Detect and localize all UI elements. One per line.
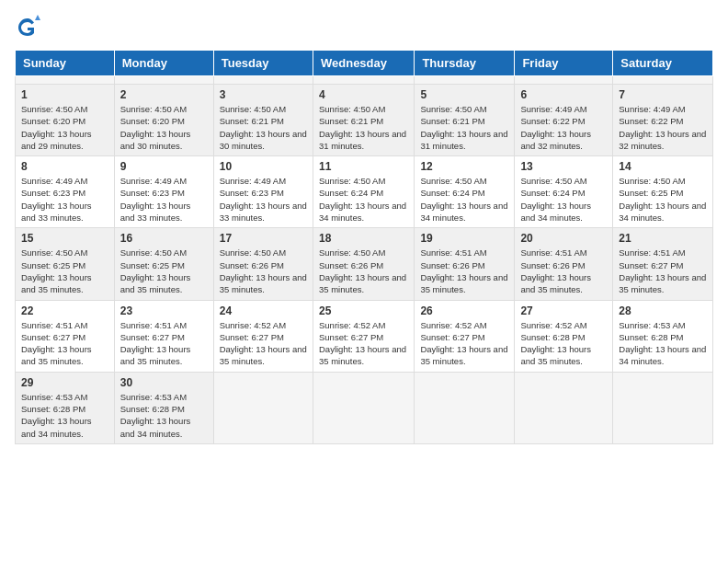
- day-info: Sunrise: 4:50 AMSunset: 6:25 PMDaylight:…: [21, 247, 108, 295]
- calendar-day-cell: 27Sunrise: 4:52 AMSunset: 6:28 PMDayligh…: [515, 300, 613, 372]
- calendar-day-cell: 18Sunrise: 4:50 AMSunset: 6:26 PMDayligh…: [313, 228, 414, 300]
- day-of-week-header: Thursday: [415, 51, 515, 76]
- calendar-day-cell: 6Sunrise: 4:49 AMSunset: 6:22 PMDaylight…: [515, 85, 613, 156]
- day-info: Sunrise: 4:52 AMSunset: 6:27 PMDaylight:…: [319, 319, 408, 368]
- calendar-week-row: [16, 76, 713, 85]
- day-info: Sunrise: 4:50 AMSunset: 6:25 PMDaylight:…: [619, 175, 707, 224]
- calendar-day-cell: [515, 372, 613, 443]
- calendar-week-row: 15Sunrise: 4:50 AMSunset: 6:25 PMDayligh…: [16, 228, 713, 300]
- day-number: 1: [21, 88, 108, 101]
- calendar-week-row: 1Sunrise: 4:50 AMSunset: 6:20 PMDaylight…: [16, 85, 713, 156]
- day-info: Sunrise: 4:49 AMSunset: 6:22 PMDaylight:…: [619, 103, 707, 152]
- day-info: Sunrise: 4:50 AMSunset: 6:21 PMDaylight:…: [420, 103, 508, 152]
- day-number: 21: [619, 232, 707, 245]
- day-number: 13: [520, 160, 607, 173]
- calendar-day-cell: [415, 76, 515, 85]
- calendar-day-cell: 21Sunrise: 4:51 AMSunset: 6:27 PMDayligh…: [613, 228, 713, 300]
- calendar-day-cell: [313, 372, 414, 443]
- calendar-day-cell: 13Sunrise: 4:50 AMSunset: 6:24 PMDayligh…: [515, 156, 613, 228]
- calendar-day-cell: 5Sunrise: 4:50 AMSunset: 6:21 PMDaylight…: [415, 85, 515, 156]
- day-info: Sunrise: 4:51 AMSunset: 6:26 PMDaylight:…: [520, 247, 607, 295]
- day-number: 20: [520, 232, 607, 245]
- day-number: 26: [420, 304, 508, 317]
- day-number: 22: [21, 304, 108, 317]
- day-info: Sunrise: 4:50 AMSunset: 6:21 PMDaylight:…: [319, 103, 408, 152]
- day-info: Sunrise: 4:52 AMSunset: 6:27 PMDaylight:…: [420, 319, 508, 368]
- day-info: Sunrise: 4:53 AMSunset: 6:28 PMDaylight:…: [120, 391, 208, 440]
- page-header: [15, 15, 713, 40]
- day-number: 24: [220, 304, 307, 317]
- day-info: Sunrise: 4:50 AMSunset: 6:24 PMDaylight:…: [319, 175, 408, 224]
- calendar-day-cell: 19Sunrise: 4:51 AMSunset: 6:26 PMDayligh…: [415, 228, 515, 300]
- calendar-day-cell: 23Sunrise: 4:51 AMSunset: 6:27 PMDayligh…: [114, 300, 213, 372]
- day-number: 6: [520, 88, 607, 101]
- day-info: Sunrise: 4:49 AMSunset: 6:23 PMDaylight:…: [220, 175, 307, 224]
- calendar-day-cell: 25Sunrise: 4:52 AMSunset: 6:27 PMDayligh…: [313, 300, 414, 372]
- day-info: Sunrise: 4:49 AMSunset: 6:23 PMDaylight:…: [21, 175, 108, 224]
- day-info: Sunrise: 4:50 AMSunset: 6:25 PMDaylight:…: [120, 247, 208, 295]
- day-number: 11: [319, 160, 408, 173]
- day-number: 23: [120, 304, 208, 317]
- day-info: Sunrise: 4:50 AMSunset: 6:20 PMDaylight:…: [120, 103, 208, 152]
- calendar-day-cell: 24Sunrise: 4:52 AMSunset: 6:27 PMDayligh…: [213, 300, 313, 372]
- day-number: 7: [619, 88, 707, 101]
- calendar-day-cell: [613, 76, 713, 85]
- day-number: 17: [220, 232, 307, 245]
- day-info: Sunrise: 4:52 AMSunset: 6:27 PMDaylight:…: [220, 319, 307, 368]
- day-info: Sunrise: 4:53 AMSunset: 6:28 PMDaylight:…: [21, 391, 108, 440]
- day-info: Sunrise: 4:50 AMSunset: 6:24 PMDaylight:…: [420, 175, 508, 224]
- calendar-day-cell: 15Sunrise: 4:50 AMSunset: 6:25 PMDayligh…: [16, 228, 115, 300]
- day-number: 14: [619, 160, 707, 173]
- day-number: 12: [420, 160, 508, 173]
- day-info: Sunrise: 4:53 AMSunset: 6:28 PMDaylight:…: [619, 319, 707, 368]
- day-of-week-header: Monday: [114, 51, 213, 76]
- day-info: Sunrise: 4:49 AMSunset: 6:22 PMDaylight:…: [520, 103, 607, 152]
- calendar-day-cell: [16, 76, 115, 85]
- calendar-day-cell: 3Sunrise: 4:50 AMSunset: 6:21 PMDaylight…: [213, 85, 313, 156]
- day-info: Sunrise: 4:51 AMSunset: 6:26 PMDaylight:…: [420, 247, 508, 295]
- calendar-day-cell: 4Sunrise: 4:50 AMSunset: 6:21 PMDaylight…: [313, 85, 414, 156]
- day-info: Sunrise: 4:50 AMSunset: 6:24 PMDaylight:…: [520, 175, 607, 224]
- day-info: Sunrise: 4:50 AMSunset: 6:26 PMDaylight:…: [220, 247, 307, 295]
- day-number: 29: [21, 376, 108, 389]
- calendar-day-cell: 26Sunrise: 4:52 AMSunset: 6:27 PMDayligh…: [415, 300, 515, 372]
- day-info: Sunrise: 4:50 AMSunset: 6:21 PMDaylight:…: [220, 103, 307, 152]
- calendar-day-cell: 20Sunrise: 4:51 AMSunset: 6:26 PMDayligh…: [515, 228, 613, 300]
- calendar-day-cell: [313, 76, 414, 85]
- calendar-day-cell: 28Sunrise: 4:53 AMSunset: 6:28 PMDayligh…: [613, 300, 713, 372]
- calendar-day-cell: 12Sunrise: 4:50 AMSunset: 6:24 PMDayligh…: [415, 156, 515, 228]
- day-number: 25: [319, 304, 408, 317]
- day-info: Sunrise: 4:51 AMSunset: 6:27 PMDaylight:…: [120, 319, 208, 368]
- day-number: 27: [520, 304, 607, 317]
- calendar-day-cell: 11Sunrise: 4:50 AMSunset: 6:24 PMDayligh…: [313, 156, 414, 228]
- calendar-day-cell: [213, 372, 313, 443]
- calendar-day-cell: 2Sunrise: 4:50 AMSunset: 6:20 PMDaylight…: [114, 85, 213, 156]
- day-of-week-header: Saturday: [613, 51, 713, 76]
- calendar-day-cell: 14Sunrise: 4:50 AMSunset: 6:25 PMDayligh…: [613, 156, 713, 228]
- calendar-week-row: 8Sunrise: 4:49 AMSunset: 6:23 PMDaylight…: [16, 156, 713, 228]
- day-of-week-header: Tuesday: [213, 51, 313, 76]
- day-info: Sunrise: 4:51 AMSunset: 6:27 PMDaylight:…: [619, 247, 707, 295]
- calendar-day-cell: 22Sunrise: 4:51 AMSunset: 6:27 PMDayligh…: [16, 300, 115, 372]
- calendar-day-cell: [515, 76, 613, 85]
- logo-icon: [15, 15, 40, 40]
- day-of-week-header: Wednesday: [313, 51, 414, 76]
- calendar-day-cell: 1Sunrise: 4:50 AMSunset: 6:20 PMDaylight…: [16, 85, 115, 156]
- day-info: Sunrise: 4:50 AMSunset: 6:26 PMDaylight:…: [319, 247, 408, 295]
- day-number: 10: [220, 160, 307, 173]
- calendar-day-cell: 16Sunrise: 4:50 AMSunset: 6:25 PMDayligh…: [114, 228, 213, 300]
- calendar-day-cell: 17Sunrise: 4:50 AMSunset: 6:26 PMDayligh…: [213, 228, 313, 300]
- calendar-day-cell: 30Sunrise: 4:53 AMSunset: 6:28 PMDayligh…: [114, 372, 213, 443]
- logo: [15, 15, 44, 40]
- day-number: 3: [220, 88, 307, 101]
- day-number: 15: [21, 232, 108, 245]
- day-info: Sunrise: 4:50 AMSunset: 6:20 PMDaylight:…: [21, 103, 108, 152]
- calendar-day-cell: 29Sunrise: 4:53 AMSunset: 6:28 PMDayligh…: [16, 372, 115, 443]
- day-number: 28: [619, 304, 707, 317]
- day-number: 16: [120, 232, 208, 245]
- day-of-week-header: Sunday: [16, 51, 115, 76]
- calendar-day-cell: 9Sunrise: 4:49 AMSunset: 6:23 PMDaylight…: [114, 156, 213, 228]
- calendar-day-cell: 8Sunrise: 4:49 AMSunset: 6:23 PMDaylight…: [16, 156, 115, 228]
- day-number: 8: [21, 160, 108, 173]
- calendar-day-cell: [415, 372, 515, 443]
